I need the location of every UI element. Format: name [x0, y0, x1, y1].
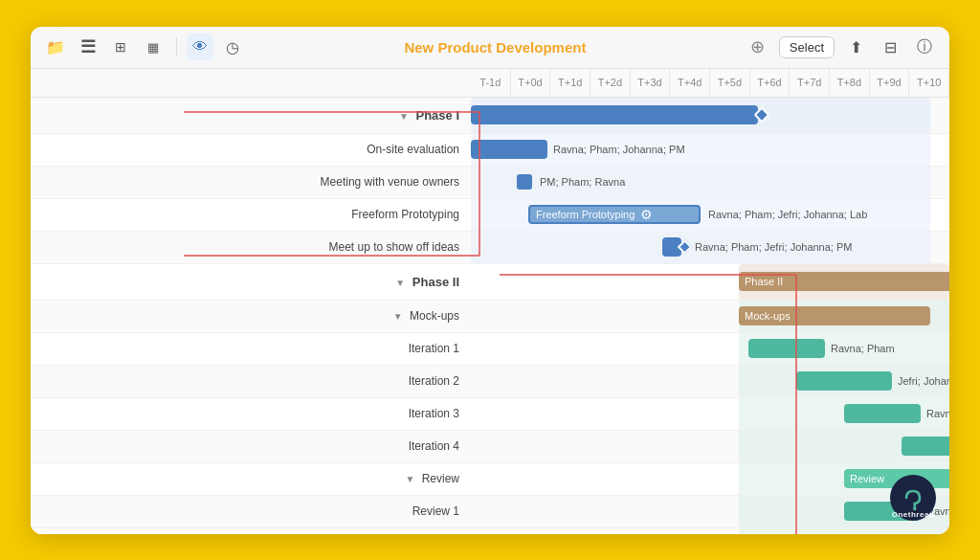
iter1-bar[interactable] [748, 339, 825, 358]
minimize-icon[interactable]: ⊟ [877, 34, 903, 60]
meeting-row: Meeting with venue owners PM; Pham; Ravn… [31, 167, 949, 199]
meeting-assignees: PM; Pham; Ravna [540, 176, 625, 188]
tl-cell-12: T+10 [909, 69, 949, 97]
iter2-bar[interactable] [796, 371, 892, 391]
tl-cell-10: T+8d [830, 69, 870, 97]
review1-bars: Ravna; Pham [471, 496, 949, 527]
tl-cell-6: T+4d [670, 69, 710, 97]
review2-bars: Jefri; Johanna [471, 528, 949, 534]
mockups-bars: Mock-ups [471, 301, 949, 332]
meetup-bars: Ravna; Pham; Jefri; Johanna; PM [471, 232, 949, 263]
folder-icon[interactable]: 📁 [42, 34, 69, 60]
add-icon[interactable]: ⊕ [745, 34, 771, 60]
iter1-label: Iteration 1 [31, 342, 471, 355]
gantt-view-icon[interactable]: ▦ [140, 34, 167, 60]
toolbar: 📁 ☰ ⊞ ▦ 👁 ◷ New Product Development ⊕ Se… [31, 27, 949, 69]
iter4-row: Iteration 4 Jefri; Johanna [31, 431, 949, 463]
tl-cell-2: T+0d [511, 69, 551, 97]
review1-row: Review 1 Ravna; Pham [31, 496, 949, 528]
onethread-logo[interactable]: Onethread [890, 475, 936, 521]
freeform-assignees: Ravna; Pham; Jefri; Johanna; Lab [708, 209, 867, 220]
phase2-bars: Phase II [471, 264, 949, 300]
timeline-cells: T-1d T+0d T+1d T+2d T+3d T+4d T+5d T+6d … [471, 69, 949, 97]
logo-text: Onethread [892, 510, 935, 519]
phase2-row: ▼ Phase II Phase II [31, 264, 949, 301]
iter2-bars: Jefri; Johanna [471, 366, 949, 397]
phase1-bars [471, 98, 949, 133]
toolbar-right: ⊕ Select ⬆ ⊟ ⓘ [745, 34, 938, 60]
main-area: T-1d T+0d T+1d T+2d T+3d T+4d T+5d T+6d … [31, 69, 949, 534]
onsite-bar[interactable] [471, 140, 547, 159]
iter3-label: Iteration 3 [31, 407, 471, 420]
meetup-row: Meet up to show off ideas Ravna; Pham; J… [31, 232, 949, 264]
logo-svg [900, 484, 926, 511]
review2-row: Review 2 Jefri; Johanna [31, 528, 949, 534]
iter3-bar[interactable] [844, 404, 921, 423]
meetup-assignees: Ravna; Pham; Jefri; Johanna; PM [695, 241, 852, 253]
review-group-row: ▼ Review Review [31, 463, 949, 496]
project-title: New Product Development [404, 39, 586, 56]
gantt-container: T-1d T+0d T+1d T+2d T+3d T+4d T+5d T+6d … [31, 69, 949, 534]
mockups-label: ▼ Mock-ups [31, 309, 471, 323]
phase1-row: ▼ Phase I [31, 98, 949, 134]
iter1-bars: Ravna; Pham [471, 333, 949, 365]
iter4-bar[interactable] [902, 437, 949, 456]
tl-cell-8: T+6d [750, 69, 791, 97]
phase2-label: ▼ Phase II [31, 275, 471, 289]
app-window: 📁 ☰ ⊞ ▦ 👁 ◷ New Product Development ⊕ Se… [31, 27, 949, 534]
iter2-assignees: Jefri; Johanna [898, 375, 949, 387]
mockups-row: ▼ Mock-ups Mock-ups [31, 301, 949, 333]
phase1-label: ▼ Phase I [31, 108, 471, 123]
freeform-row: Freeform Prototyping Freeform Prototypin… [31, 199, 949, 232]
tl-cell-11: T+9d [870, 69, 910, 97]
review1-label: Review 1 [31, 504, 471, 518]
info-icon[interactable]: ⓘ [911, 34, 938, 60]
onsite-bars: Ravna; Pham; Johanna; PM [471, 134, 949, 166]
select-button[interactable]: Select [779, 36, 835, 58]
eye-icon[interactable]: 👁 [187, 34, 213, 60]
meetup-label: Meet up to show off ideas [31, 240, 471, 254]
tl-cell-3: T+1d [550, 69, 590, 97]
iter4-label: Iteration 4 [31, 439, 471, 453]
list-view-icon[interactable]: ☰ [75, 34, 101, 60]
tl-cell-9: T+7d [790, 69, 830, 97]
phase2-bar[interactable]: Phase II [739, 272, 949, 291]
tl-cell-5: T+3d [631, 69, 671, 97]
review-group-label: ▼ Review [31, 472, 471, 485]
phase1-bar[interactable] [471, 105, 758, 124]
toolbar-center: New Product Development [254, 39, 737, 56]
review-arrow[interactable]: ▼ [405, 474, 414, 484]
tl-cell-1: T-1d [471, 69, 511, 97]
toolbar-left: 📁 ☰ ⊞ ▦ 👁 ◷ [42, 34, 246, 60]
freeform-icon: ⚙ [640, 207, 653, 222]
freeform-bars: Freeform Prototyping ⚙ Ravna; Pham; Jefr… [471, 199, 949, 231]
iter1-row: Iteration 1 Ravna; Pham [31, 333, 949, 366]
mockups-bar[interactable]: Mock-ups [739, 306, 930, 325]
onsite-label: On-site evaluation [31, 143, 471, 156]
iter3-assignees: Ravna; Pham [926, 408, 949, 419]
freeform-label: Freeform Prototyping [31, 208, 471, 221]
iter2-label: Iteration 2 [31, 374, 471, 388]
meeting-label: Meeting with venue owners [31, 175, 471, 189]
collapse-arrow[interactable]: ▼ [399, 111, 409, 122]
table-view-icon[interactable]: ⊞ [107, 34, 134, 60]
timeline-header: T-1d T+0d T+1d T+2d T+3d T+4d T+5d T+6d … [31, 69, 949, 98]
tl-cell-7: T+5d [710, 69, 750, 97]
iter4-bars: Jefri; Johanna [471, 431, 949, 462]
review-group-bars: Review [471, 463, 949, 495]
meeting-milestone[interactable] [517, 174, 532, 190]
phase2-arrow[interactable]: ▼ [395, 278, 405, 288]
clock-icon[interactable]: ◷ [219, 34, 246, 60]
mockups-arrow[interactable]: ▼ [393, 311, 403, 322]
meeting-bars: PM; Pham; Ravna [471, 167, 949, 198]
iter3-bars: Ravna; Pham [471, 398, 949, 430]
onsite-row: On-site evaluation Ravna; Pham; Johanna;… [31, 134, 949, 167]
onsite-assignees: Ravna; Pham; Johanna; PM [553, 144, 685, 155]
iter3-row: Iteration 3 Ravna; Pham [31, 398, 949, 431]
iter2-row: Iteration 2 Jefri; Johanna [31, 366, 949, 398]
tl-cell-4: T+2d [590, 69, 631, 97]
iter1-assignees: Ravna; Pham [831, 343, 895, 354]
freeform-bar[interactable]: Freeform Prototyping ⚙ [528, 205, 701, 224]
share-icon[interactable]: ⬆ [842, 34, 869, 60]
gantt-rows: ▼ Phase I [31, 98, 949, 534]
